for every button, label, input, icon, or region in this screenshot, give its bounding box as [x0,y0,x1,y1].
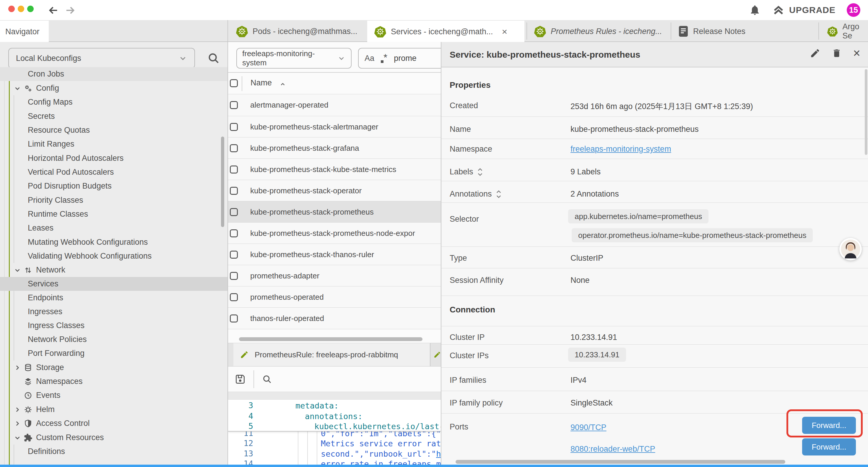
table-row[interactable]: kube-prometheus-stack-thanos-ruler [228,243,441,265]
sidebar-item-pod-disruption-budgets[interactable]: Pod Disruption Budgets [0,179,227,193]
sidebar-item-events[interactable]: Events [0,388,227,402]
chevron-right-icon [13,364,21,372]
row-checkbox[interactable] [230,208,238,216]
port-link-8080[interactable]: 8080:reloader-web/TCP [570,444,655,454]
maximize-window-button[interactable] [27,6,34,12]
sidebar-item-ingress-classes[interactable]: Ingress Classes [0,319,227,332]
table-row[interactable]: thanos-ruler-operated [228,308,441,329]
runbook-url-link[interactable]: https://net [436,449,441,459]
table-row[interactable]: kube-prometheus-stack-prometheus-node-ex… [228,222,441,244]
detail-horizontal-scrollbar[interactable] [456,460,785,464]
sidebar-group-custom-resources[interactable]: Custom Resources [0,431,227,444]
sort-updown-icon[interactable] [495,190,502,199]
tab-pods[interactable]: Pods - icecheng@mathmas... [229,21,364,42]
close-window-button[interactable] [8,6,15,12]
port-link-9090[interactable]: 9090/TCP [570,423,607,432]
sidebar-item-cron-jobs[interactable]: Cron Jobs [0,67,227,81]
sidebar-item-namespaces[interactable]: Namespaces [0,375,227,388]
namespace-filter-select[interactable]: freeleaps-monitoring-system [236,48,351,68]
sidebar-item-config-maps[interactable]: Config Maps [0,95,227,109]
sidebar-item-horizontal-pod-autoscalers[interactable]: Horizontal Pod Autoscalers [0,151,227,165]
sidebar-group-storage[interactable]: Storage [0,360,227,375]
sidebar-item-network-policies[interactable]: Network Policies [0,332,227,346]
row-checkbox[interactable] [230,251,238,259]
sidebar-item-priority-classes[interactable]: Priority Classes [0,193,227,207]
editor-search-icon[interactable] [262,374,272,384]
avatar[interactable] [839,238,862,260]
table-horizontal-scrollbar[interactable] [239,337,423,341]
sidebar-group-network[interactable]: Network [0,263,227,277]
sidebar-item-definitions[interactable]: Definitions [0,444,227,459]
sidebar-item-mutating-webhook-configurations[interactable]: Mutating Webhook Configurations [0,235,227,249]
match-case-icon[interactable]: Aa [365,54,374,63]
tab-close-icon[interactable]: × [502,26,507,37]
sort-updown-icon[interactable] [477,168,483,176]
forward-icon[interactable] [64,4,76,17]
sidebar-item-validating-webhook-configurations[interactable]: Validating Webhook Configurations [0,249,227,263]
row-checkbox[interactable] [230,229,238,237]
sidebar-search-icon[interactable] [207,52,220,65]
back-icon[interactable] [47,4,60,17]
tab-navigator[interactable]: Navigator [0,21,49,42]
detail-vertical-scrollbar[interactable] [865,69,867,155]
sidebar-group-config[interactable]: Config [0,81,227,95]
table-row[interactable]: kube-prometheus-stack-grafana [228,137,441,159]
navigator-sidebar: Local Kubeconfigs Cron Jobs Config Confi… [0,42,227,465]
sidebar-item-limit-ranges[interactable]: Limit Ranges [0,137,227,151]
table-row[interactable]: kube-prometheus-stack-alertmanager [228,116,441,138]
row-checkbox[interactable] [230,166,238,174]
select-all-checkbox[interactable] [230,79,238,87]
editor-tab-prometheusrule[interactable]: PrometheusRule: freeleaps-prod-rabbitmq [234,343,430,366]
delete-trash-icon[interactable] [832,48,842,59]
sidebar-group-helm[interactable]: Helm [0,403,227,416]
forward-button-8080[interactable]: Forward... [802,438,856,456]
namespace-link[interactable]: freeleaps-monitoring-system [570,145,671,154]
sidebar-group-access-control[interactable]: Access Control [0,416,227,430]
table-row[interactable]: kube-prometheus-stack-kube-state-metrics [228,158,441,180]
column-header-name[interactable]: Name [251,78,272,87]
tab-services[interactable]: Services - icecheng@math... × [367,21,524,42]
minimize-window-button[interactable] [18,6,24,12]
sort-asc-icon[interactable] [279,80,286,88]
table-row[interactable]: prometheus-adapter [228,265,441,286]
tab-navigator-label: Navigator [5,27,39,36]
notification-count-badge[interactable]: 15 [847,3,860,17]
app-window: UPGRADE 15 Navigator Pods - icecheng@mat… [0,0,868,467]
table-row[interactable]: prometheus-operated [228,286,441,308]
sidebar-item-secrets[interactable]: Secrets [0,109,227,123]
list-search-input[interactable]: Aa * prome [358,48,441,68]
notifications-bell-icon[interactable] [749,4,761,16]
sidebar-item-port-forwarding[interactable]: Port Forwarding [0,346,227,360]
close-panel-icon[interactable]: × [853,48,860,59]
row-checkbox[interactable] [230,187,238,195]
row-checkbox[interactable] [230,315,238,322]
row-checkbox[interactable] [230,123,238,131]
sidebar-item-ingresses[interactable]: Ingresses [0,305,227,319]
tab-argo[interactable]: Argo Se [819,21,868,42]
save-icon[interactable] [235,374,246,385]
sidebar-item-endpoints[interactable]: Endpoints [0,291,227,305]
regex-icon[interactable]: * [381,54,387,63]
row-checkbox[interactable] [230,272,238,280]
tab-prometheus-rules[interactable]: Prometheus Rules - icecheng... [528,21,670,42]
tab-strip: Navigator Pods - icecheng@mathmas... Ser… [0,20,868,42]
yaml-editor[interactable]: 11 0","for":"1m","labels":{"service":"f … [228,400,441,465]
chevron-right-icon [13,420,21,428]
sidebar-item-leases[interactable]: Leases [0,221,227,235]
row-checkbox[interactable] [230,293,238,301]
sidebar-item-runtime-classes[interactable]: Runtime Classes [0,207,227,221]
row-checkbox[interactable] [230,101,238,109]
sidebar-item-services[interactable]: Services [0,277,227,291]
table-row[interactable]: kube-prometheus-stack-operator [228,180,441,201]
kubeconfig-select[interactable]: Local Kubeconfigs [8,48,195,68]
upgrade-button[interactable]: UPGRADE [772,4,836,16]
sidebar-item-resource-quotas[interactable]: Resource Quotas [0,123,227,137]
table-row-selected[interactable]: kube-prometheus-stack-prometheus [228,201,441,223]
tab-release-notes[interactable]: Release Notes [671,21,818,42]
edit-pencil-icon[interactable] [810,48,820,59]
table-row[interactable]: alertmanager-operated [228,94,441,116]
sidebar-scrollbar[interactable] [221,137,224,227]
row-checkbox[interactable] [230,144,238,152]
sidebar-item-vertical-pod-autoscalers[interactable]: Vertical Pod Autoscalers [0,165,227,179]
editor-tab-partial[interactable] [433,343,441,366]
